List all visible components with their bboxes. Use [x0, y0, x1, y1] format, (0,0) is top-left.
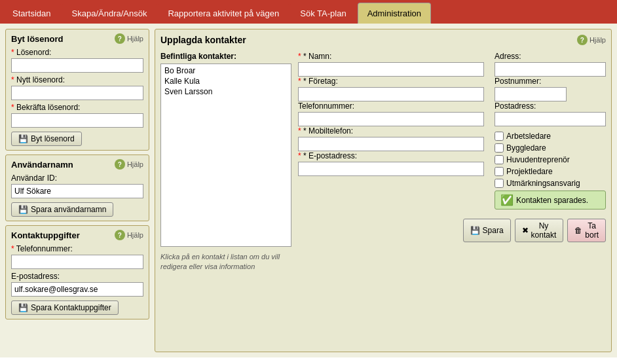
new-password-input[interactable] [11, 86, 143, 100]
email-field-right: * E-postadress: [298, 151, 484, 176]
checkbox-arbetsledare[interactable]: Arbetsledare [495, 132, 606, 141]
checkbox-label-projektledare: Projektledare [506, 167, 553, 176]
email-input-left[interactable] [11, 282, 143, 297]
tab-bar: Startsidan Skapa/Ändra/Ansök Rapportera … [0, 0, 617, 24]
delete-contact-label: Ta bort [585, 221, 599, 240]
phone-input-right[interactable] [298, 112, 484, 126]
delete-contact-icon: 🗑 [574, 226, 582, 235]
main-content: Byt lösenord ? Hjälp Lösenord: Nytt löse… [0, 24, 617, 357]
mobile-field: * Mobiltelefon: [298, 126, 484, 151]
checkbox-label-utmarkningsansvarig: Utmärkningsansvarig [506, 179, 580, 188]
change-password-button-label: Byt lösenord [31, 134, 75, 143]
checkbox-input-byggledare[interactable] [495, 143, 504, 153]
new-contact-button[interactable]: ✖ Ny kontakt [515, 219, 564, 242]
left-form-fields: * Namn: * Företag: Telefonnummer: * [298, 52, 484, 242]
username-section: Användarnamn ? Hjälp Användar ID: 💾 Spar… [5, 155, 149, 221]
user-id-label: Användar ID: [11, 173, 143, 183]
phone-field-right: Telefonnummer: [298, 101, 484, 126]
checkbox-projektledare[interactable]: Projektledare [495, 167, 606, 176]
contact-item-1[interactable]: Kalle Kula [162, 76, 290, 86]
contact-form-col: * Namn: * Företag: Telefonnummer: * [298, 52, 606, 272]
email-input-right[interactable] [298, 162, 484, 176]
company-field: * Företag: [298, 77, 484, 101]
phone-label-left: Telefonnummer: [11, 244, 143, 253]
tab-skapa[interactable]: Skapa/Ändra/Ansök [62, 3, 157, 24]
delete-contact-button[interactable]: 🗑 Ta bort [567, 219, 606, 242]
username-help[interactable]: ? Hjälp [115, 159, 143, 170]
help-label-contact: Hjälp [127, 231, 143, 239]
user-id-input[interactable] [11, 184, 143, 198]
change-password-help[interactable]: ? Hjälp [115, 33, 143, 44]
save-icon-password: 💾 [18, 134, 28, 143]
postaddress-label: Postadress: [495, 101, 606, 111]
postal-input[interactable] [495, 87, 567, 101]
saved-text: Kontakten sparades. [516, 196, 588, 205]
save-contact-form-label: Spara [483, 226, 504, 235]
contact-info-title: Kontaktuppgifter [11, 230, 80, 240]
checkbox-input-utmarkningsansvarig[interactable] [495, 179, 504, 188]
tab-startsidan[interactable]: Startsidan [3, 3, 61, 24]
help-icon-password: ? [115, 33, 125, 44]
checkbox-input-projektledare[interactable] [495, 167, 504, 176]
change-password-button[interactable]: 💾 Byt lösenord [11, 132, 82, 146]
save-contact-form-button[interactable]: 💾 Spara [463, 219, 511, 242]
checkbox-input-arbetsledare[interactable] [495, 132, 504, 141]
save-username-label: Spara användarnamn [31, 205, 106, 214]
contacts-list-label: Befintliga kontakter: [160, 52, 291, 61]
help-icon-username: ? [115, 159, 125, 170]
postal-field: Postnummer: [495, 77, 606, 101]
left-panel: Byt lösenord ? Hjälp Lösenord: Nytt löse… [5, 29, 149, 352]
new-contact-label: Ny kontakt [531, 221, 557, 240]
checkbox-huvudentreprenor[interactable]: Huvudentreprenör [495, 155, 606, 164]
help-label-right: Hjälp [589, 36, 606, 44]
postaddress-input[interactable] [495, 112, 606, 126]
phone-input-left[interactable] [11, 255, 143, 269]
address-label: Adress: [495, 52, 606, 61]
address-field: Adress: [495, 52, 606, 77]
change-password-title: Byt lösenord [11, 34, 63, 44]
mobile-input[interactable] [298, 137, 484, 151]
checkbox-input-huvudentreprenor[interactable] [495, 155, 504, 164]
confirm-password-label: Bekräfta lösenord: [11, 103, 143, 112]
right-panel-title: Upplagda kontakter [160, 35, 246, 45]
change-password-section: Byt lösenord ? Hjälp Lösenord: Nytt löse… [5, 29, 149, 151]
tab-sok[interactable]: Sök TA-plan [290, 3, 356, 24]
right-panel: Upplagda kontakter ? Hjälp Befintliga ko… [155, 29, 612, 352]
save-icon-contact: 💾 [18, 303, 28, 312]
right-panel-help[interactable]: ? Hjälp [577, 35, 606, 45]
save-contact-label: Spara Kontaktuppgifter [31, 303, 111, 312]
contact-item-0[interactable]: Bo Broar [162, 65, 290, 76]
save-contact-button[interactable]: 💾 Spara Kontaktuppgifter [11, 300, 119, 315]
checkbox-byggledare[interactable]: Byggledare [495, 143, 606, 153]
new-password-label: Nytt lösenord: [11, 75, 143, 84]
tab-rapportera[interactable]: Rapportera aktivitet på vägen [158, 3, 289, 24]
company-input[interactable] [298, 87, 484, 101]
save-contact-form-icon: 💾 [470, 226, 480, 235]
tab-administration[interactable]: Administration [358, 3, 431, 24]
contacts-listbox[interactable]: Bo Broar Kalle Kula Sven Larsson [160, 64, 291, 247]
address-input[interactable] [495, 62, 606, 77]
help-label-username: Hjälp [127, 160, 143, 168]
contact-item-2[interactable]: Sven Larsson [162, 86, 290, 97]
email-label-right: * E-postadress: [298, 151, 484, 160]
save-icon-username: 💾 [18, 205, 28, 214]
contact-info-help[interactable]: ? Hjälp [115, 230, 143, 240]
right-form-fields: Adress: Postnummer: Postadress: [495, 52, 606, 242]
checkbox-utmarkningsansvarig[interactable]: Utmärkningsansvarig [495, 179, 606, 188]
mobile-label: * Mobiltelefon: [298, 126, 484, 136]
password-input[interactable] [11, 58, 143, 73]
checkbox-label-arbetsledare: Arbetsledare [506, 132, 551, 141]
help-icon-right: ? [577, 35, 588, 45]
saved-icon: ✅ [500, 194, 514, 206]
name-input[interactable] [298, 62, 484, 77]
confirm-password-input[interactable] [11, 113, 143, 128]
password-label: Lösenord: [11, 48, 143, 57]
company-label: * Företag: [298, 77, 484, 86]
username-title: Användarnamn [11, 160, 73, 170]
save-username-button[interactable]: 💾 Spara användarnamn [11, 202, 113, 217]
contact-layout: Befintliga kontakter: Bo Broar Kalle Kul… [160, 52, 606, 272]
top-form-row: * Namn: * Företag: Telefonnummer: * [298, 52, 606, 242]
checkbox-label-huvudentreprenor: Huvudentreprenör [506, 155, 570, 164]
new-contact-icon: ✖ [522, 226, 529, 235]
checkboxes-group: Arbetsledare Byggledare Huvudentreprenör [495, 132, 606, 188]
